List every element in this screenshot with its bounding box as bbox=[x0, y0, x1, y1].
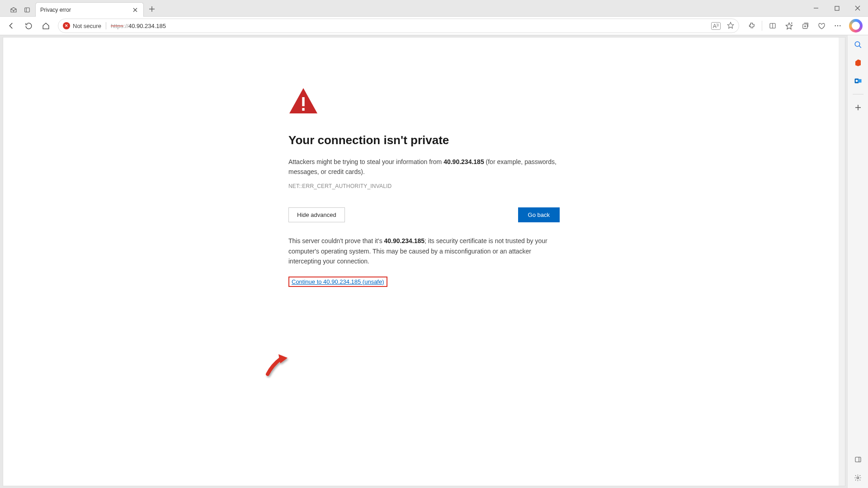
button-row: Hide advanced Go back bbox=[288, 207, 560, 222]
svg-point-20 bbox=[837, 25, 838, 26]
svg-rect-33 bbox=[855, 457, 861, 462]
svg-rect-24 bbox=[302, 108, 304, 111]
window-close-button[interactable] bbox=[847, 0, 868, 16]
svg-rect-0 bbox=[25, 8, 30, 12]
sidebar-toggle-icon[interactable] bbox=[853, 455, 863, 465]
sidebar-outlook-icon[interactable] bbox=[853, 76, 863, 86]
warning-triangle-icon bbox=[288, 87, 560, 116]
window-maximize-button[interactable] bbox=[826, 0, 847, 16]
privacy-error-interstitial: Your connection isn't private Attackers … bbox=[288, 87, 560, 287]
tab-strip: Privacy error bbox=[0, 0, 868, 16]
collections-icon[interactable] bbox=[797, 19, 813, 33]
svg-marker-13 bbox=[786, 23, 792, 29]
extensions-icon[interactable] bbox=[744, 19, 759, 33]
not-secure-label: Not secure bbox=[73, 23, 101, 29]
workspaces-icon[interactable] bbox=[10, 6, 17, 14]
svg-marker-10 bbox=[727, 22, 733, 28]
svg-point-26 bbox=[855, 42, 860, 47]
interstitial-heading: Your connection isn't private bbox=[288, 133, 560, 147]
copilot-button[interactable] bbox=[849, 19, 863, 33]
toolbar-right bbox=[744, 19, 864, 33]
security-indicator[interactable]: Not secure bbox=[63, 22, 101, 29]
tab-title: Privacy error bbox=[40, 7, 71, 13]
svg-point-35 bbox=[857, 477, 859, 479]
page-content: Your connection isn't private Attackers … bbox=[3, 37, 845, 486]
error-code: NET::ERR_CERT_AUTHORITY_INVALID bbox=[288, 183, 560, 189]
window-minimize-button[interactable] bbox=[806, 0, 826, 16]
interstitial-summary: Attackers might be trying to steal your … bbox=[288, 157, 560, 177]
nav-refresh-button[interactable] bbox=[21, 19, 36, 33]
not-secure-icon bbox=[63, 22, 70, 29]
tab-close-icon[interactable] bbox=[132, 6, 139, 14]
svg-point-30 bbox=[855, 80, 858, 82]
proceed-unsafe-link[interactable]: Continue to 40.90.234.185 (unsafe) bbox=[288, 277, 387, 287]
tabstrip-left-actions bbox=[4, 6, 35, 16]
sidebar-separator bbox=[853, 94, 863, 94]
browser-tab[interactable]: Privacy error bbox=[35, 2, 144, 17]
adv-host: 40.90.234.185 bbox=[384, 237, 425, 244]
sidebar-office-icon[interactable] bbox=[853, 58, 863, 68]
window-controls bbox=[806, 0, 868, 16]
tab-actions-icon[interactable] bbox=[24, 6, 31, 14]
url-host: 40.90.234.185 bbox=[128, 23, 166, 29]
omnibox-separator bbox=[106, 22, 106, 29]
svg-point-21 bbox=[840, 25, 840, 26]
browser-toolbar: Not secure https://40.90.234.185 A)) bbox=[0, 16, 868, 35]
advanced-explanation: This server couldn't prove that it's 40.… bbox=[288, 236, 560, 266]
nav-home-button[interactable] bbox=[38, 19, 53, 33]
svg-point-19 bbox=[835, 25, 836, 26]
url-scheme: https bbox=[111, 23, 123, 29]
address-bar[interactable]: Not secure https://40.90.234.185 A)) bbox=[58, 19, 739, 33]
browser-essentials-icon[interactable] bbox=[814, 19, 829, 33]
page-vertical-scrollbar[interactable] bbox=[839, 38, 845, 486]
split-screen-icon[interactable] bbox=[765, 19, 780, 33]
edge-sidebar bbox=[847, 35, 868, 488]
hide-advanced-button[interactable]: Hide advanced bbox=[288, 207, 345, 222]
url-scheme-sep: :// bbox=[123, 23, 128, 29]
svg-marker-25 bbox=[278, 354, 288, 363]
annotation-arrow-icon bbox=[263, 352, 290, 379]
svg-rect-23 bbox=[302, 97, 304, 106]
omnibox-actions: A)) bbox=[711, 22, 734, 30]
summary-pre: Attackers might be trying to steal your … bbox=[288, 158, 443, 165]
svg-rect-7 bbox=[835, 6, 839, 10]
sidebar-search-icon[interactable] bbox=[853, 40, 863, 50]
svg-rect-29 bbox=[858, 79, 862, 83]
settings-more-icon[interactable] bbox=[830, 19, 845, 33]
read-aloud-icon[interactable]: A)) bbox=[711, 22, 721, 30]
adv-pre: This server couldn't prove that it's bbox=[288, 237, 384, 244]
toolbar-separator bbox=[762, 21, 762, 31]
new-tab-button[interactable] bbox=[146, 3, 158, 15]
favorite-icon[interactable] bbox=[727, 22, 734, 30]
svg-line-27 bbox=[859, 46, 861, 48]
nav-back-button[interactable] bbox=[4, 19, 19, 33]
go-back-button[interactable]: Go back bbox=[518, 207, 560, 222]
sidebar-add-icon[interactable] bbox=[853, 103, 863, 113]
summary-host: 40.90.234.185 bbox=[443, 158, 484, 165]
sidebar-settings-icon[interactable] bbox=[853, 473, 863, 483]
favorites-icon[interactable] bbox=[781, 19, 797, 33]
